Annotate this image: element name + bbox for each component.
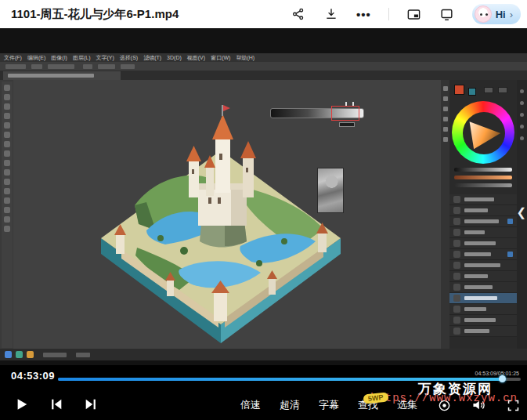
foreground-color-swatch[interactable] [454,85,464,95]
strip-dot [520,113,524,117]
app-options-bar [0,62,527,71]
layer-row[interactable] [449,315,517,326]
menu-item[interactable]: 滤镜(T) [143,53,161,62]
tool-icon[interactable] [4,85,10,91]
tool-icon[interactable] [4,188,10,194]
strip-dot [520,101,524,105]
watermark-url: https://www.wxzyw.cn [370,392,518,404]
divider [388,8,389,20]
panel-option[interactable] [498,87,507,93]
color-wheel[interactable] [451,100,515,165]
canvas[interactable] [13,80,441,349]
time-indicator: 04:53:09/05:01:25 [475,371,519,376]
chevron-right-icon: › [510,9,513,20]
panel-icon[interactable] [443,96,448,101]
next-button[interactable] [81,395,100,414]
strip-dot [520,125,524,129]
play-button[interactable] [13,395,31,414]
tool-icon[interactable] [4,122,10,129]
menu-item[interactable]: 文字(Y) [96,53,114,62]
layer-row[interactable] [449,282,517,293]
panel-option[interactable] [484,87,493,93]
layer-row[interactable] [449,249,517,260]
status-text-blur [76,353,90,357]
layer-row[interactable] [449,194,517,205]
download-icon[interactable] [323,6,339,22]
tone-slider[interactable] [454,176,512,179]
tool-icon[interactable] [4,94,10,100]
tool-icon[interactable] [4,197,10,204]
app-tab-bar [0,71,527,80]
layer-row[interactable] [449,326,517,337]
menu-item[interactable]: 文件(F) [4,53,22,62]
video-player-page: 1101-周五-花儿与少年6-P1.mp4 ••• [0,0,527,420]
subtitle-button[interactable]: 字幕 [319,398,339,412]
value-slider[interactable] [454,168,512,172]
menu-item[interactable]: 3D(D) [167,53,182,62]
recorded-paint-app: 文件(F)编辑(E)图像(I)图层(L)文字(Y)选择(S)滤镜(T)3D(D)… [0,53,527,360]
panel-icon[interactable] [443,127,448,132]
app-menubar: 文件(F)编辑(E)图像(I)图层(L)文字(Y)选择(S)滤镜(T)3D(D)… [0,53,527,62]
menu-item[interactable]: 帮助(H) [236,53,254,62]
tool-icon[interactable] [4,169,10,176]
playback-controls [13,395,100,414]
panel-icon[interactable] [443,107,448,111]
cast-icon[interactable] [439,6,455,22]
background-color-swatch[interactable] [468,88,476,96]
tool-icon[interactable] [4,160,10,166]
progress-thumb[interactable] [499,375,506,382]
color-sliders [454,168,512,191]
right-panel [449,80,517,349]
strip-dot [520,136,524,140]
tool-icon[interactable] [4,141,10,147]
user-account-pill[interactable]: Hi › [472,4,521,24]
tool-icon[interactable] [4,103,10,110]
reference-thumbnail[interactable] [317,168,344,213]
quality-button[interactable]: 超清 [280,398,300,412]
menu-item[interactable]: 选择(S) [120,53,138,62]
layer-row[interactable] [449,304,517,315]
tool-icon[interactable] [4,207,10,213]
document-tab[interactable] [3,71,121,80]
gradient-knob[interactable] [339,122,355,127]
menu-item[interactable]: 图层(L) [73,53,91,62]
greeting-label: Hi [496,9,506,20]
tool-icon[interactable] [4,179,10,185]
pip-icon[interactable] [406,6,422,22]
previous-button[interactable] [47,395,66,414]
tool-icon[interactable] [4,226,10,232]
gradient-editor-widget[interactable] [270,102,367,129]
speed-button[interactable]: 倍速 [240,398,261,412]
taskbar-app-icon[interactable] [27,351,34,358]
layer-row[interactable] [449,227,517,238]
layer-row[interactable] [449,238,517,249]
tool-icon[interactable] [4,132,10,138]
tool-icon[interactable] [4,113,10,119]
collapse-panel-icon[interactable]: ❮ [516,205,526,219]
menu-item[interactable]: 窗口(W) [211,53,230,62]
layer-row[interactable] [449,260,517,271]
strip-dot [520,89,524,93]
tool-icon[interactable] [4,216,10,223]
panel-icon[interactable] [443,137,448,142]
panel-icon-strip [441,80,449,349]
menu-item[interactable]: 图像(I) [51,53,67,62]
more-icon[interactable]: ••• [356,8,371,21]
layer-row[interactable] [449,205,517,216]
share-icon[interactable] [291,6,306,22]
panel-icon[interactable] [443,86,448,91]
taskbar-app-icon[interactable] [16,351,23,358]
video-frame[interactable]: 文件(F)编辑(E)图像(I)图层(L)文字(Y)选择(S)滤镜(T)3D(D)… [0,28,527,365]
layer-row[interactable] [449,216,517,227]
layer-row[interactable] [449,271,517,282]
taskbar-app-icon[interactable] [5,351,12,358]
layer-row-selected[interactable] [449,293,517,304]
video-title: 1101-周五-花儿与少年6-P1.mp4 [11,7,179,22]
panel-icon[interactable] [443,117,448,121]
taskbar [0,349,527,360]
menu-item[interactable]: 编辑(E) [27,53,45,62]
opacity-slider[interactable] [454,183,512,187]
current-time: 04:53:09 [11,370,55,382]
menu-item[interactable]: 视图(V) [187,53,205,62]
tool-icon[interactable] [4,150,10,157]
